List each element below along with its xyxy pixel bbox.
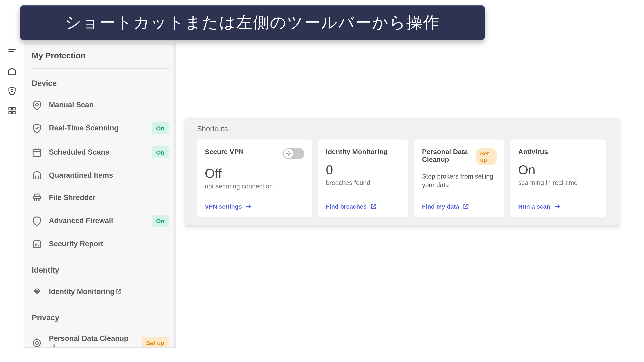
nav-label: Manual Scan: [49, 101, 169, 110]
card-sub: scanning in real-time: [518, 179, 598, 194]
shortcuts-row: Secure VPN Off not securing connection V…: [197, 140, 611, 217]
status-badge-setup: Set up: [142, 337, 169, 348]
svg-rect-4: [13, 108, 15, 110]
sidebar-panel: My Protection Device Manual Scan Real-Ti…: [24, 43, 176, 348]
toggle-knob-icon: [284, 149, 293, 158]
card-title: Personal Data Cleanup: [422, 148, 476, 164]
arrow-right-icon: [554, 203, 561, 210]
card-title: Antivirus: [518, 148, 548, 156]
nav-identity-monitoring[interactable]: Identity Monitoring: [32, 281, 169, 303]
status-badge-on: On: [152, 146, 169, 158]
calendar-icon: [32, 147, 42, 158]
nav-security-report[interactable]: Security Report: [32, 233, 169, 255]
card-stat: Off: [205, 166, 304, 181]
vpn-settings-link[interactable]: VPN settings: [205, 203, 304, 210]
card-identity-monitoring: Identity Monitoring 0 breaches found Fin…: [318, 140, 408, 217]
data-cleanup-icon: [32, 338, 42, 348]
shredder-icon: [32, 193, 42, 203]
link-text: Run a scan: [518, 203, 550, 210]
external-link-icon: [462, 203, 470, 210]
svg-rect-5: [9, 112, 11, 114]
menu-icon[interactable]: [6, 46, 18, 58]
grid-icon[interactable]: [6, 105, 18, 117]
nav-label: Scheduled Scans: [49, 148, 145, 156]
shield-gear-icon[interactable]: [6, 85, 18, 97]
nav-label: File Shredder: [49, 194, 169, 202]
shortcuts-panel: Shortcuts Secure VPN Off not securing co…: [186, 118, 619, 226]
section-identity-header: Identity: [32, 266, 169, 275]
svg-rect-14: [33, 196, 41, 198]
nav-label: Real-Time Scanning: [49, 124, 145, 133]
card-secure-vpn: Secure VPN Off not securing connection V…: [197, 140, 312, 217]
svg-point-2: [11, 90, 13, 92]
nav-label: Security Report: [49, 240, 169, 248]
nav-label: Quarantined Items: [49, 171, 169, 180]
card-stat: 0: [326, 163, 400, 177]
card-title: Identity Monitoring: [326, 148, 388, 156]
find-breaches-link[interactable]: Find breaches: [326, 203, 400, 210]
svg-point-26: [34, 340, 40, 346]
card-description: Stop brokers from selling your data: [422, 172, 496, 194]
nav-quarantine[interactable]: Quarantined Items: [32, 164, 169, 186]
nav-label: Personal Data Cleanup: [49, 334, 135, 348]
instruction-banner: ショートカットまたは左側のツールバーから操作: [20, 5, 485, 40]
section-device-header: Device: [32, 79, 169, 88]
find-my-data-link[interactable]: Find my data: [422, 203, 496, 210]
vpn-toggle[interactable]: [283, 148, 304, 159]
sidebar-title: My Protection: [32, 51, 169, 69]
fingerprint-icon: [32, 287, 42, 297]
external-link-icon: [116, 288, 122, 294]
card-sub: breaches found: [326, 179, 400, 194]
rail-nav: [6, 43, 22, 117]
nav-scheduled-scans[interactable]: Scheduled Scans On: [32, 140, 169, 164]
section-privacy-header: Privacy: [32, 314, 169, 322]
svg-rect-3: [9, 108, 11, 110]
nav-realtime-scanning[interactable]: Real-Time Scanning On: [32, 116, 169, 140]
home-icon[interactable]: [6, 65, 18, 77]
svg-rect-6: [13, 112, 15, 114]
svg-point-28: [288, 153, 289, 154]
nav-file-shredder[interactable]: File Shredder: [32, 187, 169, 209]
svg-point-7: [36, 104, 38, 106]
shortcuts-title: Shortcuts: [197, 125, 611, 134]
nav-label: Identity Monitoring: [49, 288, 169, 296]
card-stat: On: [518, 163, 598, 177]
run-scan-link[interactable]: Run a scan: [518, 203, 598, 210]
svg-rect-8: [33, 150, 41, 156]
card-title: Secure VPN: [205, 148, 244, 156]
svg-point-27: [36, 342, 38, 344]
arrow-right-icon: [245, 203, 252, 210]
link-text: VPN settings: [205, 203, 242, 210]
nav-label: Advanced Firewall: [49, 217, 145, 225]
card-personal-data-cleanup: Personal Data Cleanup Set up Stop broker…: [414, 140, 504, 217]
external-link-icon: [50, 344, 56, 348]
sidebar-scroll-hint: [172, 44, 176, 347]
external-link-icon: [370, 203, 377, 210]
setup-pill[interactable]: Set up: [476, 148, 497, 165]
link-text: Find breaches: [326, 203, 366, 210]
nav-manual-scan[interactable]: Manual Scan: [32, 94, 169, 116]
quarantine-icon: [32, 170, 42, 180]
status-badge-on: On: [152, 122, 169, 134]
card-sub: not securing connection: [205, 182, 304, 194]
nav-advanced-firewall[interactable]: Advanced Firewall On: [32, 209, 169, 233]
card-antivirus: Antivirus On scanning in real-time Run a…: [510, 140, 606, 217]
banner-text: ショートカットまたは左側のツールバーから操作: [65, 12, 440, 34]
status-badge-on: On: [152, 215, 169, 227]
shield-scan-icon: [32, 100, 42, 110]
report-icon: [32, 239, 42, 249]
nav-personal-data-cleanup[interactable]: Personal Data Cleanup Set up: [32, 328, 169, 348]
firewall-shield-icon: [32, 216, 42, 226]
shield-check-icon: [32, 123, 42, 134]
link-text: Find my data: [422, 203, 459, 210]
